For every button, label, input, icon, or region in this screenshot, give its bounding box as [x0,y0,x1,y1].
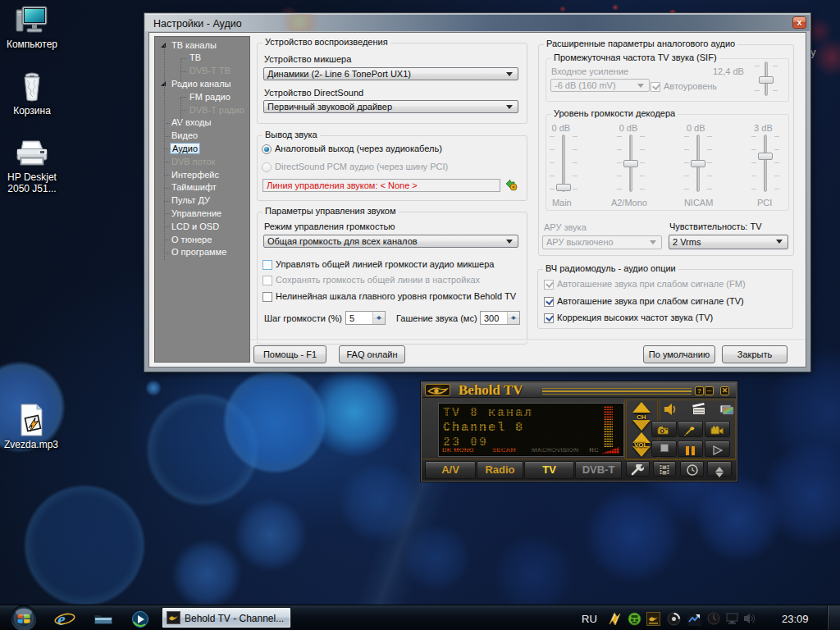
svg-text:e: e [57,609,66,628]
